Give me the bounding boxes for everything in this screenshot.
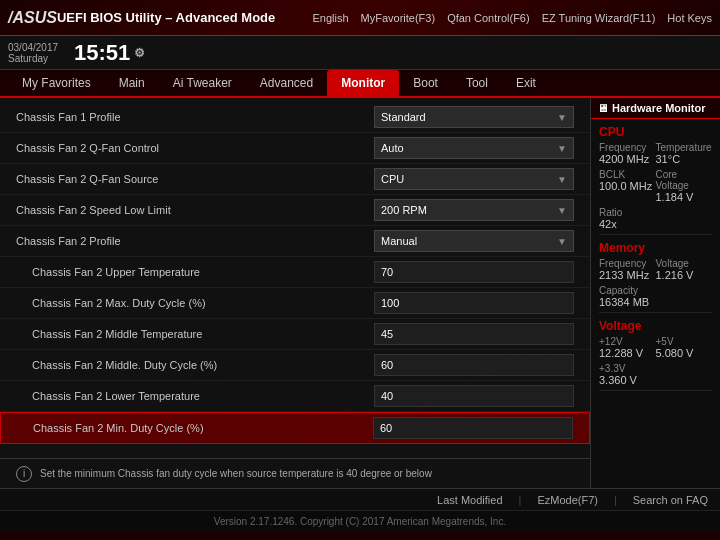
setting-label: Chassis Fan 2 Max. Duty Cycle (%) <box>16 297 374 309</box>
setting-value[interactable]: 100 <box>374 292 574 314</box>
search-faq-button[interactable]: Search on FAQ <box>633 494 708 506</box>
setting-row: Chassis Fan 2 Q-Fan ControlAuto▼ <box>0 133 590 164</box>
time-settings-icon[interactable]: ⚙ <box>134 46 145 60</box>
hw-label: Frequency <box>599 142 656 153</box>
info-icon: i <box>16 466 32 482</box>
info-text: Set the minimum Chassis fan duty cycle w… <box>40 468 432 479</box>
date-display: 03/04/2017 Saturday <box>8 42 58 64</box>
hw-section-title: CPU <box>599 125 712 139</box>
hw-monitor-panel: 🖥 Hardware Monitor CPUFrequency4200 MHzT… <box>590 98 720 488</box>
setting-label: Chassis Fan 1 Profile <box>16 111 374 123</box>
setting-value[interactable]: 70 <box>374 261 574 283</box>
bottom-bar: Last Modified | EzMode(F7) | Search on F… <box>0 488 720 510</box>
asus-logo: /ASUS <box>8 9 57 27</box>
setting-value[interactable]: Standard▼ <box>374 106 574 128</box>
hw-row: +12V12.288 V+5V5.080 V <box>599 336 712 361</box>
qfan-tool[interactable]: Qfan Control(F6) <box>447 12 530 24</box>
hw-label: Frequency <box>599 258 656 269</box>
time-value: 15:51 <box>74 40 130 66</box>
hw-label: +3.3V <box>599 363 712 374</box>
hw-label: BCLK <box>599 169 656 180</box>
setting-label: Chassis Fan 2 Profile <box>16 235 374 247</box>
setting-value[interactable]: 60 <box>374 354 574 376</box>
hw-value: 12.288 V <box>599 347 656 359</box>
header: /ASUS UEFI BIOS Utility – Advanced Mode … <box>0 0 720 36</box>
last-modified-label: Last Modified <box>437 494 502 506</box>
bios-title: UEFI BIOS Utility – Advanced Mode <box>57 10 275 25</box>
ez-mode-button[interactable]: EzMode(F7) <box>537 494 598 506</box>
setting-row: Chassis Fan 2 Upper Temperature70 <box>0 257 590 288</box>
hw-monitor-title: 🖥 Hardware Monitor <box>591 98 720 119</box>
hw-section-title: Memory <box>599 241 712 255</box>
setting-row: Chassis Fan 1 ProfileStandard▼ <box>0 102 590 133</box>
footer-text: Version 2.17.1246. Copyright (C) 2017 Am… <box>214 516 506 527</box>
setting-row: Chassis Fan 2 Lower Temperature40 <box>0 381 590 412</box>
info-bar: i Set the minimum Chassis fan duty cycle… <box>0 458 590 488</box>
hw-value: 5.080 V <box>656 347 713 359</box>
tab-main[interactable]: Main <box>105 70 159 96</box>
hw-value: 42x <box>599 218 712 230</box>
setting-value[interactable]: 60 <box>373 417 573 439</box>
hw-row: Frequency4200 MHzTemperature31°C <box>599 142 712 167</box>
hw-value: 100.0 MHz <box>599 180 656 192</box>
tab-advanced[interactable]: Advanced <box>246 70 327 96</box>
setting-row: Chassis Fan 2 Min. Duty Cycle (%)60 <box>0 412 590 444</box>
setting-value[interactable]: 45 <box>374 323 574 345</box>
hw-section-title: Voltage <box>599 319 712 333</box>
tab-boot[interactable]: Boot <box>399 70 452 96</box>
main-layout: Chassis Fan 1 ProfileStandard▼Chassis Fa… <box>0 98 720 488</box>
setting-label: Chassis Fan 2 Middle Temperature <box>16 328 374 340</box>
setting-label: Chassis Fan 2 Middle. Duty Cycle (%) <box>16 359 374 371</box>
hw-value: 2133 MHz <box>599 269 656 281</box>
separator1: | <box>519 494 522 506</box>
hw-value: 3.360 V <box>599 374 712 386</box>
setting-row: Chassis Fan 2 Speed Low Limit200 RPM▼ <box>0 195 590 226</box>
setting-label: Chassis Fan 2 Min. Duty Cycle (%) <box>17 422 373 434</box>
ez-tuning-tool[interactable]: EZ Tuning Wizard(F11) <box>542 12 656 24</box>
hw-value: 4200 MHz <box>599 153 656 165</box>
hw-label: +12V <box>599 336 656 347</box>
setting-row: Chassis Fan 2 Max. Duty Cycle (%)100 <box>0 288 590 319</box>
setting-label: Chassis Fan 2 Q-Fan Control <box>16 142 374 154</box>
hw-label: Core Voltage <box>656 169 713 191</box>
hw-label: Voltage <box>656 258 713 269</box>
setting-label: Chassis Fan 2 Speed Low Limit <box>16 204 374 216</box>
setting-value[interactable]: Auto▼ <box>374 137 574 159</box>
hw-row: Capacity16384 MB <box>599 285 712 308</box>
datetime-bar: 03/04/2017 Saturday 15:51 ⚙ <box>0 36 720 70</box>
header-tools: English MyFavorite(F3) Qfan Control(F6) … <box>312 12 712 24</box>
footer: Version 2.17.1246. Copyright (C) 2017 Am… <box>0 510 720 532</box>
hw-row: +3.3V3.360 V <box>599 363 712 386</box>
setting-value[interactable]: 40 <box>374 385 574 407</box>
setting-value[interactable]: Manual▼ <box>374 230 574 252</box>
tab-ai-tweaker[interactable]: Ai Tweaker <box>159 70 246 96</box>
tab-monitor[interactable]: Monitor <box>327 70 399 96</box>
tab-my-favorites[interactable]: My Favorites <box>8 70 105 96</box>
setting-label: Chassis Fan 2 Q-Fan Source <box>16 173 374 185</box>
hw-label: Capacity <box>599 285 712 296</box>
hw-value: 1.184 V <box>656 191 713 203</box>
setting-row: Chassis Fan 2 Middle. Duty Cycle (%)60 <box>0 350 590 381</box>
my-favorites-tool[interactable]: MyFavorite(F3) <box>361 12 436 24</box>
hw-row: BCLK100.0 MHzCore Voltage1.184 V <box>599 169 712 205</box>
setting-row: Chassis Fan 2 ProfileManual▼ <box>0 226 590 257</box>
hot-keys-tool[interactable]: Hot Keys <box>667 12 712 24</box>
hw-value: 31°C <box>656 153 713 165</box>
setting-label: Chassis Fan 2 Lower Temperature <box>16 390 374 402</box>
hw-row: Ratio42x <box>599 207 712 230</box>
hw-label: Temperature <box>656 142 713 153</box>
language-selector[interactable]: English <box>312 12 348 24</box>
content-area: Chassis Fan 1 ProfileStandard▼Chassis Fa… <box>0 98 590 488</box>
separator2: | <box>614 494 617 506</box>
tab-tool[interactable]: Tool <box>452 70 502 96</box>
tab-exit[interactable]: Exit <box>502 70 550 96</box>
setting-label: Chassis Fan 2 Upper Temperature <box>16 266 374 278</box>
monitor-icon: 🖥 <box>597 102 608 114</box>
time-display: 15:51 ⚙ <box>74 40 145 66</box>
date-line2: Saturday <box>8 53 58 64</box>
hw-value: 16384 MB <box>599 296 712 308</box>
hw-row: Frequency2133 MHzVoltage1.216 V <box>599 258 712 283</box>
setting-value[interactable]: 200 RPM▼ <box>374 199 574 221</box>
setting-value[interactable]: CPU▼ <box>374 168 574 190</box>
date-line1: 03/04/2017 <box>8 42 58 53</box>
